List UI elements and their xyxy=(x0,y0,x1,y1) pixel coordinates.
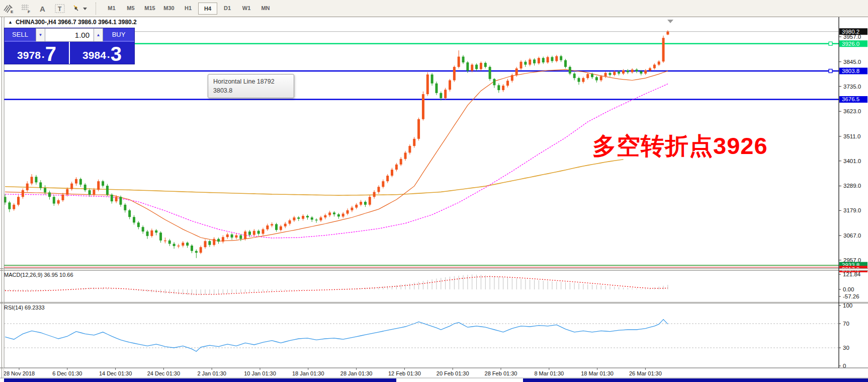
fibonacci-grid-glyph: F xyxy=(20,4,31,14)
buy-price-main: 3984 xyxy=(82,50,106,60)
timeframe-group: M1M5M15M30H1H4D1W1MN xyxy=(102,3,275,15)
svg-text:E: E xyxy=(11,10,14,14)
time-tick: 26 Mar 01:30 xyxy=(629,370,662,376)
price-tick: 3511.0 xyxy=(843,133,860,139)
time-tick: 24 Dec 01:30 xyxy=(147,370,180,376)
time-tick: 28 Nov 2018 xyxy=(4,370,35,376)
price-badge-3803.8: 3803.8 xyxy=(842,68,859,74)
rsi-tick: 30 xyxy=(843,345,849,351)
buy-price[interactable]: 3984.3 xyxy=(70,42,134,64)
time-tick: 28 Jan 01:30 xyxy=(340,370,373,376)
chart-title: ▲CHINA300-,H4 3966.7 3986.0 3964.1 3980.… xyxy=(8,19,137,26)
macd-label: MACD(12,26,9) 36.95 10.66 xyxy=(4,272,73,278)
rsi-label: RSI(14) 69.2333 xyxy=(4,304,45,311)
price-tick: 3067.0 xyxy=(843,233,861,239)
sell-button[interactable]: SELL xyxy=(5,28,36,42)
window-left-frame xyxy=(2,17,4,378)
timeframe-mn[interactable]: MN xyxy=(256,3,275,14)
collapse-arrow-icon[interactable]: ▲ xyxy=(8,20,13,25)
price-tick: 3289.0 xyxy=(843,183,861,189)
chart-canvas[interactable]: MACD(12,26,9) 36.95 10.66RSI(14) 69.2333… xyxy=(0,17,868,382)
timeframe-h4[interactable]: H4 xyxy=(198,3,217,15)
macd-tick: 0.00 xyxy=(843,286,854,292)
time-tick: 10 Jan 01:30 xyxy=(244,370,276,376)
time-tick: 12 Feb 01:30 xyxy=(388,370,421,376)
price-tick: 3735.0 xyxy=(843,84,861,90)
time-tick: 18 Jan 01:30 xyxy=(292,370,324,376)
arrow-tools-icon[interactable] xyxy=(69,2,90,15)
price-axis[interactable]: 3957.03845.03735.03623.03511.03401.03289… xyxy=(839,17,868,369)
rsi-tick: 70 xyxy=(843,321,849,327)
bottom-window-strip-right xyxy=(523,378,868,382)
tooltip-line1: Horizontal Line 18792 xyxy=(213,77,289,86)
time-tick: 2 Jan 01:30 xyxy=(197,370,226,376)
chart-window: MACD(12,26,9) 36.95 10.66RSI(14) 69.2333… xyxy=(0,17,868,382)
chart-text-annotation[interactable]: 多空转折点3926 xyxy=(592,130,768,162)
svg-text:F: F xyxy=(28,10,30,14)
price-badge-3676.5: 3676.5 xyxy=(842,96,859,102)
svg-text:A: A xyxy=(40,5,45,13)
time-tick: 28 Feb 01:30 xyxy=(485,370,517,376)
timeframe-d1[interactable]: D1 xyxy=(218,3,236,14)
top-toolbar: E F A T M1M5M15M30H1H4D1W1MN xyxy=(0,0,868,17)
time-tick: 14 Dec 01:30 xyxy=(99,370,132,376)
time-tick: 18 Mar 01:30 xyxy=(581,370,614,376)
time-tick: 8 Mar 01:30 xyxy=(534,370,564,376)
svg-text:T: T xyxy=(58,6,62,13)
buy-price-pips: 3 xyxy=(111,45,122,62)
buy-price-dot: . xyxy=(107,48,110,60)
price-badge-3926.0: 3926.0 xyxy=(842,41,859,47)
price-tick: 3179.0 xyxy=(843,207,861,213)
sell-price[interactable]: 3978.7 xyxy=(5,42,70,64)
timeframe-w1[interactable]: W1 xyxy=(237,3,255,14)
text-box-icon[interactable]: T xyxy=(52,2,68,15)
timeframe-m30[interactable]: M30 xyxy=(160,3,178,14)
time-tick: 20 Feb 01:30 xyxy=(437,370,469,376)
text-box-glyph: T xyxy=(54,4,65,14)
horizontal-line-tooltip: Horizontal Line 18792 3803.8 xyxy=(208,74,294,98)
volume-decrease-button[interactable]: ▼ xyxy=(36,28,45,42)
sell-price-main: 3978 xyxy=(17,50,41,60)
elliott-tools-icon[interactable]: E xyxy=(1,2,17,15)
bottom-window-strip-left xyxy=(4,378,396,382)
macd-tick: 121.84 xyxy=(843,271,861,277)
volume-input[interactable]: 1.00 xyxy=(45,28,94,42)
timeframe-h1[interactable]: H1 xyxy=(179,3,197,14)
toolbar-separator xyxy=(96,3,99,15)
fibonacci-grid-icon[interactable]: F xyxy=(18,2,34,15)
price-tick: 3401.0 xyxy=(843,158,861,164)
sell-price-pips: 7 xyxy=(45,45,56,62)
elliott-tools-glyph: E xyxy=(3,4,14,14)
timeframe-m15[interactable]: M15 xyxy=(141,3,159,14)
volume-increase-button[interactable]: ▲ xyxy=(94,28,103,42)
tooltip-line2: 3803.8 xyxy=(213,86,289,95)
price-badge-3980.2: 3980.2 xyxy=(842,29,859,35)
price-tick: 3845.0 xyxy=(843,59,861,65)
sell-price-dot: . xyxy=(42,48,45,60)
line-handle-3926.0[interactable] xyxy=(829,42,832,45)
text-label-icon[interactable]: A xyxy=(35,2,51,15)
line-handle-3803.8[interactable] xyxy=(829,69,832,72)
timeframe-m5[interactable]: M5 xyxy=(122,3,140,14)
time-tick: 6 Dec 01:30 xyxy=(52,370,82,376)
macd-tick: -57.26 xyxy=(843,293,859,299)
timeframe-m1[interactable]: M1 xyxy=(103,3,121,14)
buy-button[interactable]: BUY xyxy=(103,28,134,42)
price-tick: 3623.0 xyxy=(843,108,861,114)
chart-title-text: CHINA300-,H4 3966.7 3986.0 3964.1 3980.2 xyxy=(16,19,137,26)
one-click-order-panel: SELL ▼ 1.00 ▲ BUY 3978.7 3984.3 xyxy=(4,28,135,64)
arrow-tools-glyph xyxy=(71,4,88,14)
text-label-glyph: A xyxy=(38,4,48,13)
